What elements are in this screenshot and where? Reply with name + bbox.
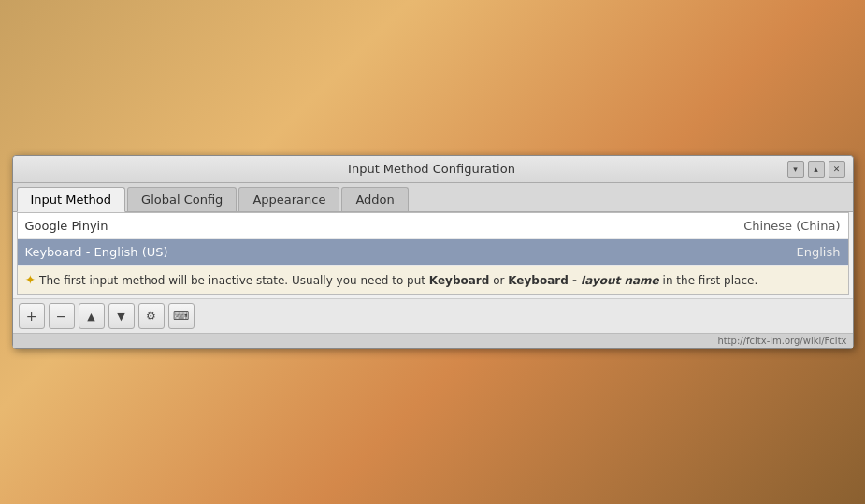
status-bold-keyboard: Keyboard: [429, 274, 490, 287]
tab-bar: Input Method Global Config Appearance Ad…: [13, 183, 853, 212]
item-name: Google Pinyin: [25, 219, 108, 233]
list-item[interactable]: Google Pinyin Chinese (China): [18, 213, 848, 239]
move-down-button[interactable]: ▼: [108, 303, 135, 329]
tab-appearance[interactable]: Appearance: [238, 187, 339, 211]
remove-button[interactable]: −: [49, 303, 75, 329]
tab-input-method[interactable]: Input Method: [17, 187, 126, 212]
close-button[interactable]: ✕: [829, 161, 845, 178]
keyboard-layout-button[interactable]: ⌨: [168, 303, 195, 329]
tab-addon[interactable]: Addon: [341, 187, 408, 211]
status-bar: ✦ The first input method will be inactiv…: [18, 266, 848, 295]
main-window: Input Method Configuration ▾ ▴ ✕ Input M…: [12, 155, 854, 350]
window-controls: ▾ ▴ ✕: [787, 161, 845, 178]
content-area: Google Pinyin Chinese (China) Keyboard -…: [17, 212, 849, 295]
titlebar: Input Method Configuration ▾ ▴ ✕: [13, 156, 853, 183]
window-title: Input Method Configuration: [77, 162, 787, 176]
url-bar: http://fcitx-im.org/wiki/Fcitx: [13, 333, 853, 348]
item-name: Keyboard - English (US): [25, 245, 168, 259]
list-item[interactable]: Keyboard - English (US) English: [18, 239, 848, 266]
move-up-button[interactable]: ▲: [79, 303, 105, 329]
status-text-mid: or: [489, 274, 508, 287]
status-text-before: The first input method will be inactive …: [39, 274, 429, 287]
input-method-list[interactable]: Google Pinyin Chinese (China) Keyboard -…: [18, 213, 848, 266]
star-icon: ✦: [25, 272, 36, 287]
maximize-button[interactable]: ▴: [808, 161, 825, 178]
item-lang: Chinese (China): [743, 219, 840, 233]
toolbar: + − ▲ ▼ ⚙ ⌨: [13, 298, 853, 333]
configure-button[interactable]: ⚙: [138, 303, 165, 329]
item-lang: English: [797, 245, 841, 259]
status-bold-keyboard-layout: Keyboard - layout name: [508, 274, 658, 287]
add-button[interactable]: +: [19, 303, 45, 329]
url-text: http://fcitx-im.org/wiki/Fcitx: [717, 336, 846, 346]
tab-global-config[interactable]: Global Config: [127, 187, 237, 211]
status-text-after: in the first place.: [659, 274, 757, 287]
minimize-button[interactable]: ▾: [787, 161, 804, 178]
